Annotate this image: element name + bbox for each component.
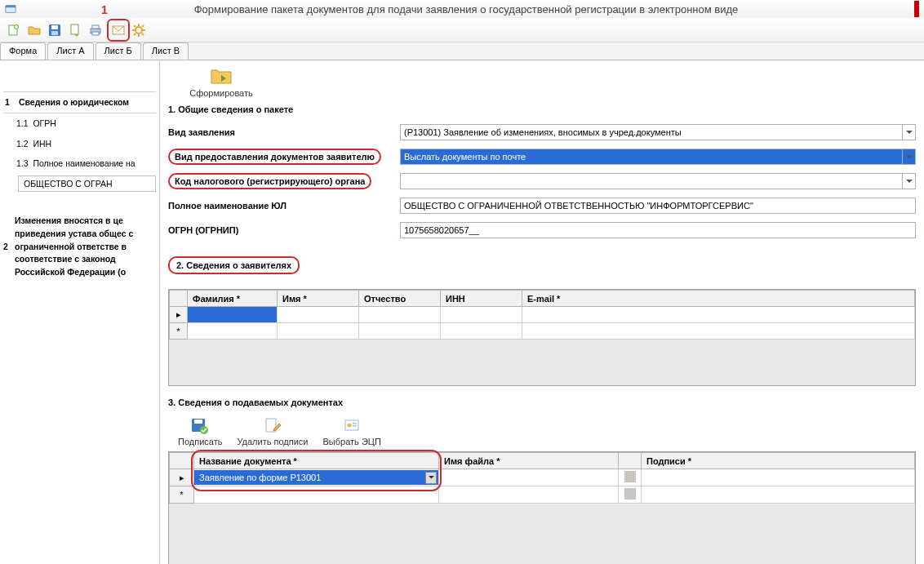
save-check-icon — [190, 417, 210, 435]
chevron-down-icon — [902, 174, 915, 189]
grid1-row-1[interactable]: ▸ — [170, 307, 915, 323]
left-description-block: 2 Изменения вносятся в це приведения уст… — [3, 215, 156, 279]
applicants-grid[interactable]: Фамилия * Имя * Отчество ИНН E-mail * ▸ … — [168, 289, 916, 386]
svg-point-12 — [135, 27, 142, 33]
svg-rect-1 — [6, 6, 16, 8]
form-grid-1: 2 3 Вид заявления (Р13001) Заявление об … — [168, 124, 916, 238]
main-toolbar: 1 — [0, 18, 924, 42]
print-button[interactable] — [87, 21, 104, 39]
label-delivery: Вид предоставления документов заявителю — [168, 149, 381, 165]
col-email[interactable]: E-mail * — [522, 291, 915, 307]
combo-appl-type[interactable]: (Р13001) Заявление об изменениях, вносим… — [400, 124, 916, 140]
svg-rect-5 — [51, 25, 58, 29]
label-appl-type: Вид заявления — [168, 127, 397, 137]
grid1-row-new[interactable]: * — [170, 323, 915, 340]
sign-button[interactable]: Подписать — [178, 417, 222, 446]
app-icon — [5, 3, 16, 15]
tree-item-inn[interactable]: 1.2 ИНН — [3, 134, 156, 154]
window-title: Формирование пакета документов для подач… — [21, 3, 911, 16]
new-doc-button[interactable] — [5, 21, 23, 39]
export-button[interactable] — [66, 21, 84, 39]
col-file-name[interactable]: Имя файла * — [439, 453, 619, 469]
tab-list-v[interactable]: Лист В — [143, 42, 189, 60]
section-3-heading: 3. Сведения о подаваемых документах — [168, 397, 916, 407]
signature-checkbox[interactable] — [624, 471, 636, 482]
doc-name-combo[interactable]: Заявление по форме Р13001 — [194, 470, 438, 485]
tree-item-ogrn[interactable]: 1.1 ОГРН — [3, 113, 156, 134]
tree-full-name-value: ОБЩЕСТВО С ОГРАН — [18, 175, 156, 192]
doc-pencil-icon — [263, 417, 282, 435]
tree-section-2-num: 2 — [3, 241, 8, 254]
chevron-down-icon — [902, 149, 915, 164]
svg-rect-19 — [353, 423, 357, 424]
form-package-button[interactable]: Сформировать — [184, 65, 258, 98]
settings-gear-button[interactable] — [130, 21, 148, 39]
open-folder-button[interactable] — [25, 21, 43, 39]
label-tax-code: Код налогового (регистрирующего) органа — [168, 173, 371, 189]
left-tabs: Форма Лист А Лист Б Лист В — [0, 42, 924, 60]
label-ogrn: ОГРН (ОГРНИП) — [168, 225, 397, 235]
window-edge-marker — [914, 1, 919, 17]
section-2-heading: 2. Сведения о заявителях — [168, 256, 300, 274]
section-1-heading: 1. Общие сведения о пакете — [168, 104, 916, 114]
col-patronymic[interactable]: Отчество — [359, 291, 441, 307]
svg-rect-14 — [194, 420, 202, 424]
tab-list-a[interactable]: Лист А — [47, 42, 93, 60]
input-ogrn[interactable]: 1075658020657__ — [400, 222, 916, 238]
grid2-row-new[interactable]: * — [170, 486, 915, 504]
grid2-row-1[interactable]: ▸ Заявление по форме Р13001 — [170, 469, 915, 486]
label-full-name: Полное наименование ЮЛ — [168, 201, 397, 211]
svg-rect-10 — [92, 32, 99, 35]
certificate-icon — [342, 417, 362, 435]
svg-rect-20 — [353, 425, 357, 427]
mail-button-highlight — [107, 19, 130, 42]
svg-rect-9 — [92, 25, 99, 29]
col-surname[interactable]: Фамилия * — [188, 291, 278, 307]
chevron-down-icon — [902, 125, 915, 140]
save-button[interactable] — [46, 21, 64, 39]
folder-play-icon — [210, 65, 233, 87]
chevron-down-icon — [425, 472, 437, 484]
mail-button[interactable] — [109, 21, 127, 39]
input-full-name[interactable]: ОБЩЕСТВО С ОГРАНИЧЕННОЙ ОТВЕТСТВЕННОСТЬЮ… — [400, 198, 916, 214]
signature-checkbox[interactable] — [624, 488, 636, 500]
col-name[interactable]: Имя * — [278, 291, 359, 307]
svg-rect-6 — [51, 31, 58, 35]
svg-rect-7 — [71, 24, 78, 34]
tab-forma[interactable]: Форма — [0, 42, 46, 60]
svg-point-18 — [348, 424, 352, 428]
tree-section-1[interactable]: 1 Сведения о юридическом — [3, 91, 156, 113]
col-doc-name[interactable]: Название документа * — [194, 453, 439, 469]
documents-grid[interactable]: Название документа * Имя файла * Подписи… — [168, 451, 916, 564]
combo-tax-code[interactable] — [400, 173, 916, 189]
col-inn[interactable]: ИНН — [441, 291, 522, 307]
left-navigation-pane: 1 Сведения о юридическом 1.1 ОГРН 1.2 ИН… — [0, 60, 160, 564]
col-signatures[interactable]: Подписи * — [642, 453, 915, 469]
documents-toolbar: Подписать Удалить подписи Выбрать ЭЦП — [178, 417, 916, 446]
right-content-pane: Сформировать 1. Общие сведения о пакете … — [160, 60, 924, 564]
tab-list-b[interactable]: Лист Б — [96, 42, 141, 60]
annotation-1: 1 — [101, 3, 108, 16]
combo-delivery[interactable]: Выслать документы по почте — [400, 149, 916, 165]
title-bar: Формирование пакета документов для подач… — [0, 0, 924, 18]
select-ecp-button[interactable]: Выбрать ЭЦП — [323, 417, 381, 446]
tree-item-full-name[interactable]: 1.3 Полное наименование на — [3, 153, 156, 174]
delete-signatures-button[interactable]: Удалить подписи — [237, 417, 308, 446]
